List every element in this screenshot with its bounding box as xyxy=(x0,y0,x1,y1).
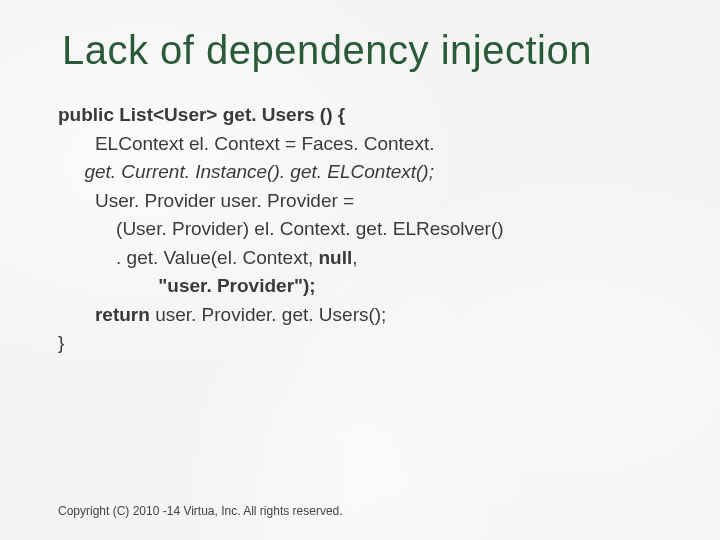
copyright-footer: Copyright (C) 2010 -14 Virtua, Inc. All … xyxy=(58,504,343,518)
code-line-2: ELContext el. Context = Faces. Context. xyxy=(58,130,720,159)
code-block: public List<User> get. Users () { ELCont… xyxy=(58,101,720,358)
code-line-4: User. Provider user. Provider = xyxy=(58,187,720,216)
code-line-6: . get. Value(el. Context, null, xyxy=(58,244,720,273)
code-line-3: get. Current. Instance(). get. ELContext… xyxy=(58,158,720,187)
code-line-8: return user. Provider. get. Users(); xyxy=(58,301,720,330)
code-line-9: } xyxy=(58,329,720,358)
slide-title: Lack of dependency injection xyxy=(0,0,720,73)
code-line-5: (User. Provider) el. Context. get. ELRes… xyxy=(58,215,720,244)
code-line-7: "user. Provider"); xyxy=(58,272,720,301)
code-line-1: public List<User> get. Users () { xyxy=(58,101,720,130)
